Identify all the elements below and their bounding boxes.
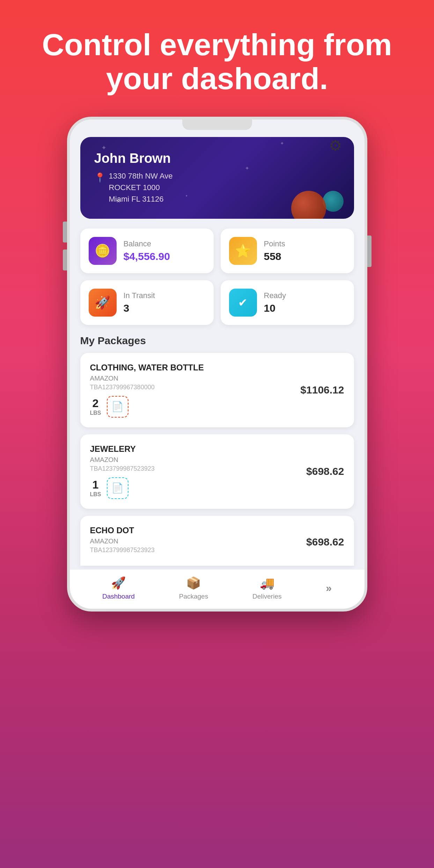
- location-pin-icon: 📍: [94, 171, 105, 185]
- ready-label: Ready: [264, 291, 346, 300]
- package-name-1: JEWELERY: [90, 444, 281, 454]
- in-transit-icon: 🚀: [89, 289, 117, 317]
- phone-frame: ⚙ ✦ ✦ ✦ ★ ✦ ✦ John Brown 📍 1330 78th NW …: [67, 117, 367, 612]
- package-tracking-1: TBA123799987523923: [90, 465, 281, 472]
- nav-packages[interactable]: 📦 Packages: [179, 576, 208, 600]
- package-info-0: CLOTHING, WATER BOTTLE AMAZON TBA1237999…: [90, 363, 281, 418]
- weight-unit-1: LBS: [90, 491, 101, 498]
- nav-deliveries[interactable]: 🚚 Deliveries: [252, 576, 281, 600]
- package-info-1: JEWELERY AMAZON TBA123799987523923 1 LBS…: [90, 444, 281, 499]
- stat-card-balance[interactable]: 🪙 Balance $4,556.90: [80, 229, 214, 273]
- points-value: 558: [264, 251, 346, 262]
- bottom-nav: 🚀 Dashboard 📦 Packages 🚚 Deliveries »: [70, 569, 365, 609]
- address-line3: Miami FL 31126: [109, 193, 173, 205]
- deliveries-label: Deliveries: [252, 593, 281, 600]
- phone-notch: [182, 120, 252, 130]
- ready-value: 10: [264, 302, 346, 314]
- stat-card-in-transit[interactable]: 🚀 In Transit 3: [80, 280, 214, 325]
- package-store-1: AMAZON: [90, 456, 281, 464]
- balance-value: $4,556.90: [124, 251, 205, 262]
- side-button-vol-up: [63, 222, 67, 243]
- ready-info: Ready 10: [264, 291, 346, 314]
- package-store-0: AMAZON: [90, 375, 281, 382]
- package-info-2: ECHO DOT AMAZON TBA123799987523923: [90, 526, 281, 559]
- balance-info: Balance $4,556.90: [124, 239, 205, 262]
- hero-title: Control everything from your dashoard.: [0, 0, 434, 117]
- package-card-1[interactable]: JEWELERY AMAZON TBA123799987523923 1 LBS…: [80, 434, 354, 509]
- packages-section-title: My Packages: [80, 335, 354, 347]
- package-card-2[interactable]: ECHO DOT AMAZON TBA123799987523923 $698.…: [80, 516, 354, 566]
- address-line2: ROCKET 1000: [109, 182, 173, 193]
- package-meta-0: 2 LBS 📄: [90, 396, 281, 418]
- packages-icon: 📦: [186, 576, 201, 590]
- points-icon: ⭐: [229, 237, 257, 265]
- package-weight-0: 2 LBS: [90, 397, 101, 416]
- package-meta-1: 1 LBS 📄: [90, 477, 281, 499]
- package-store-2: AMAZON: [90, 537, 281, 545]
- dashboard-label: Dashboard: [102, 593, 135, 600]
- package-price-0: $1106.12: [288, 384, 344, 396]
- package-tracking-2: TBA123799987523923: [90, 547, 281, 554]
- in-transit-info: In Transit 3: [124, 291, 205, 314]
- in-transit-label: In Transit: [124, 291, 205, 300]
- profile-card: ✦ ✦ ✦ ★ ✦ ✦ John Brown 📍 1330 78th NW Av…: [80, 137, 354, 219]
- side-button-power: [367, 236, 372, 267]
- package-weight-1: 1 LBS: [90, 478, 101, 498]
- address-line1: 1330 78th NW Ave: [109, 170, 173, 182]
- balance-icon: 🪙: [89, 237, 117, 265]
- side-button-vol-down: [63, 249, 67, 270]
- package-price-2: $698.62: [288, 536, 344, 548]
- points-label: Points: [264, 239, 346, 248]
- nav-dashboard[interactable]: 🚀 Dashboard: [102, 576, 135, 600]
- dashboard-icon: 🚀: [111, 576, 126, 590]
- package-name-2: ECHO DOT: [90, 526, 281, 535]
- address-lines: 1330 78th NW Ave ROCKET 1000 Miami FL 31…: [109, 170, 173, 205]
- in-transit-value: 3: [124, 302, 205, 314]
- user-name: John Brown: [94, 151, 340, 166]
- weight-unit-0: LBS: [90, 410, 101, 416]
- doc-icon-1[interactable]: 📄: [107, 477, 128, 499]
- packages-label: Packages: [179, 593, 208, 600]
- package-name-0: CLOTHING, WATER BOTTLE: [90, 363, 281, 372]
- deliveries-icon: 🚚: [260, 576, 274, 590]
- doc-icon-0[interactable]: 📄: [107, 396, 128, 418]
- stats-grid: 🪙 Balance $4,556.90 ⭐ Points 558 🚀 In Tr…: [80, 229, 354, 325]
- package-card-0[interactable]: CLOTHING, WATER BOTTLE AMAZON TBA1237999…: [80, 353, 354, 427]
- stat-card-ready[interactable]: ✔ Ready 10: [221, 280, 354, 325]
- nav-more-button[interactable]: »: [326, 582, 332, 594]
- weight-num-1: 1: [93, 478, 99, 491]
- ready-icon: ✔: [229, 289, 257, 317]
- balance-label: Balance: [124, 239, 205, 248]
- stat-card-points[interactable]: ⭐ Points 558: [221, 229, 354, 273]
- points-info: Points 558: [264, 239, 346, 262]
- package-tracking-0: TBA123799967380000: [90, 384, 281, 391]
- weight-num-0: 2: [93, 397, 99, 410]
- package-price-1: $698.62: [288, 465, 344, 477]
- settings-button[interactable]: ⚙: [329, 137, 347, 155]
